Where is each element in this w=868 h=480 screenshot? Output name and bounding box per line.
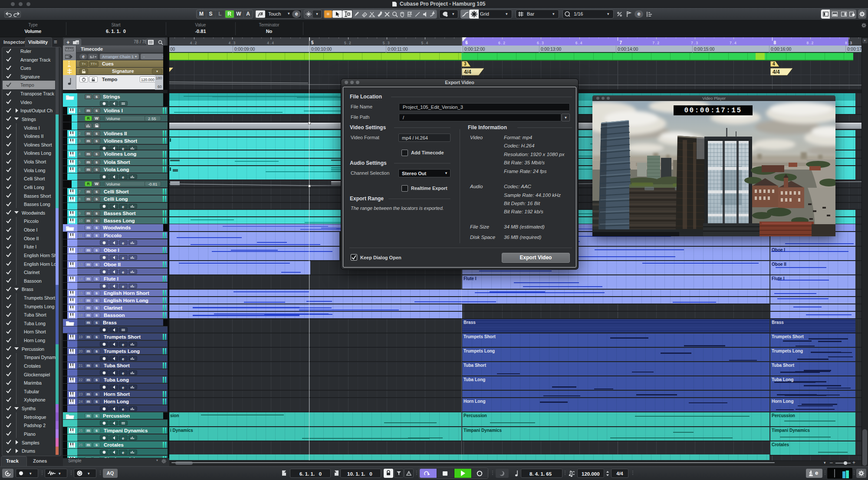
svg-text:e: e [122,357,124,361]
svg-text:e: e [122,385,124,389]
svg-text:e: e [122,270,124,274]
svg-text:e: e [122,256,124,260]
svg-text:e: e [122,371,124,375]
svg-text:e: e [122,407,124,411]
svg-text:e: e [122,241,124,245]
svg-text:e: e [122,436,124,440]
svg-text:e: e [122,205,124,209]
svg-text:e: e [122,451,124,454]
svg-text:e: e [122,147,124,150]
svg-text:e: e [122,175,124,179]
svg-text:e: e [122,284,124,288]
svg-text:e: e [122,343,124,346]
